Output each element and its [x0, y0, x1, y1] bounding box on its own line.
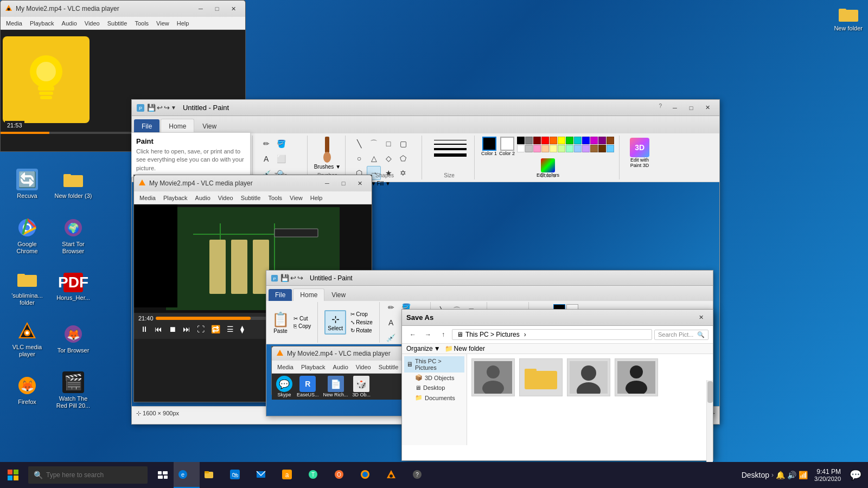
save-scrollbar-thumb[interactable] — [707, 381, 713, 403]
vlc-2-tools[interactable]: Tools — [265, 194, 285, 202]
vlc-3-newrich-icon[interactable]: 📄 New Rich... — [323, 376, 348, 397]
editwith-paint3d-btn[interactable]: 3D Edit with Paint 3D — [626, 138, 653, 168]
save-thumb-2[interactable] — [519, 358, 563, 396]
paint-2-text[interactable]: A — [384, 316, 398, 330]
size-3[interactable] — [431, 147, 468, 151]
vlc-bg-close[interactable]: ✕ — [226, 3, 241, 15]
save-nav-back[interactable]: ← — [406, 328, 419, 341]
save-thumb-1[interactable] — [471, 358, 515, 396]
swatch-violet[interactable] — [598, 137, 606, 144]
save-search-bar[interactable]: Search Pict... 🔍 — [654, 330, 709, 340]
paint-2-crop[interactable]: ✂ Crop — [348, 311, 375, 318]
taskbar-desktop-label[interactable]: Desktop — [742, 471, 769, 479]
save-nav-up[interactable]: ↑ — [437, 328, 450, 341]
desktop-icon-chrome[interactable]: Google Chrome — [5, 211, 49, 260]
vlc-2-fullscreen[interactable]: ⛶ — [195, 324, 207, 335]
taskbar-search[interactable]: 🔍 — [28, 466, 148, 484]
fill-btn[interactable]: 🪣 — [275, 137, 289, 151]
taskbar-app-edge[interactable]: e — [174, 462, 200, 488]
paint-qa-undo[interactable]: ↩ — [157, 104, 163, 112]
vlc-3-3dobj-icon[interactable]: 🎲 3D Ob... — [353, 376, 371, 397]
swatch-black[interactable] — [517, 137, 525, 144]
taskbar-notifications[interactable]: 🔔 — [776, 471, 785, 479]
vlc-bg-menu-help[interactable]: Help — [174, 19, 193, 28]
paint-2-tab-file[interactable]: File — [269, 289, 292, 301]
paint-qa-redo[interactable]: ↪ — [164, 104, 170, 112]
paint-2-picker[interactable]: 💉 — [384, 331, 398, 345]
taskbar-app-origin[interactable]: O — [330, 462, 356, 488]
vlc-bg-titlebar[interactable]: My Movie2.mp4 - VLC media player ─ □ ✕ — [1, 1, 245, 17]
paint-2-select[interactable]: ⊹ Select — [324, 310, 346, 335]
desktop-icon-startbrowser[interactable]: 🌍 Start Tor Browser — [52, 211, 95, 260]
paint-2-paste[interactable]: 📋 Paste — [272, 311, 289, 334]
desktop-icon-watchredpill[interactable]: 🎬 Watch The Red Pill 20... — [52, 366, 95, 415]
vlc-2-help[interactable]: Help — [307, 194, 326, 202]
swatch-darkbrown[interactable] — [598, 145, 606, 152]
search-input[interactable] — [46, 471, 138, 479]
vlc-3-subtitle[interactable]: Subtitle — [375, 363, 402, 371]
taskbar-app-firefox[interactable] — [356, 462, 382, 488]
save-thumb-3[interactable] — [567, 358, 610, 396]
swatch-purple[interactable] — [590, 137, 598, 144]
swatch-peach[interactable] — [541, 145, 549, 152]
eraser-btn[interactable]: ⬜ — [275, 152, 289, 166]
desktop-icon-newfolder3[interactable]: New folder (3) — [52, 160, 95, 209]
save-nav-documents[interactable]: 📁 Documents — [413, 393, 464, 403]
paint-tab-file[interactable]: File — [134, 119, 159, 133]
paint-main-maximize[interactable]: □ — [684, 102, 699, 114]
save-nav-3dobjects[interactable]: 📦 3D Objects — [413, 373, 464, 383]
vlc-2-video[interactable]: Video — [215, 194, 237, 202]
vlc-bg-menu-audio[interactable]: Audio — [59, 19, 80, 28]
vlc-2-close[interactable]: ✕ — [352, 177, 367, 189]
paint-main-close[interactable]: ✕ — [700, 102, 715, 114]
vlc-2-play[interactable]: ⏸ — [138, 324, 150, 335]
paint-2-qa-redo[interactable]: ↪ — [297, 274, 303, 282]
swatch-yellow[interactable] — [558, 137, 565, 144]
swatch-teal[interactable] — [574, 137, 582, 144]
swatch-skyblue[interactable] — [607, 145, 614, 152]
swatch-green[interactable] — [566, 137, 573, 144]
paint-tab-home[interactable]: Home — [161, 119, 194, 133]
save-newfolder-btn[interactable]: 📁 New folder — [445, 345, 485, 352]
paint-qa-more[interactable]: ▼ — [171, 105, 176, 111]
pencil-btn[interactable]: ✏ — [259, 137, 273, 151]
save-thumb-4[interactable] — [615, 358, 658, 396]
vlc-2-audio[interactable]: Audio — [192, 194, 214, 202]
vlc-3-easeus-icon[interactable]: R EaseUS... — [297, 376, 319, 397]
taskbar-taskview[interactable] — [152, 462, 174, 488]
taskbar-app-mail[interactable] — [252, 462, 278, 488]
save-nav-desktop[interactable]: 🖥 Desktop — [413, 383, 464, 393]
paint-2-copy[interactable]: ⎘ Copy — [291, 323, 313, 330]
curve-shape[interactable]: ⌒ — [367, 137, 381, 151]
paint-2-tab-home[interactable]: Home — [293, 288, 324, 301]
roundrect-shape[interactable]: ▢ — [396, 137, 410, 151]
paint-main-minimize[interactable]: ─ — [667, 102, 682, 114]
swatch-red[interactable] — [541, 137, 549, 144]
swatch-gray[interactable] — [525, 137, 533, 144]
color2-swatch[interactable] — [500, 137, 514, 151]
vlc-bg-minimize[interactable]: ─ — [193, 3, 208, 15]
taskbar-app-store[interactable]: 🛍 — [226, 462, 252, 488]
save-nav-thispc[interactable]: 🖥 This PC > Pictures — [404, 356, 464, 373]
swatch-white[interactable] — [517, 145, 525, 152]
save-address-bar[interactable]: 🖥 This PC > Pictures › — [452, 329, 652, 340]
vlc-2-view[interactable]: View — [286, 194, 306, 202]
swatch-brown[interactable] — [607, 137, 614, 144]
paint-2-resize[interactable]: ⤡ Resize — [348, 319, 375, 326]
taskbar-app-explorer[interactable] — [200, 462, 226, 488]
text-btn[interactable]: A — [259, 152, 273, 166]
swatch-orange[interactable] — [550, 137, 557, 144]
taskbar-notification-panel[interactable]: 💬 — [847, 469, 864, 481]
paint-qa-save[interactable]: 💾 — [147, 104, 156, 112]
vlc-2-playback[interactable]: Playback — [160, 194, 191, 202]
swatch-tan[interactable] — [590, 145, 598, 152]
swatch-pink[interactable] — [533, 145, 541, 152]
taskbar-app-tripadvisor[interactable]: T — [304, 462, 330, 488]
swatch-lavender[interactable] — [582, 145, 590, 152]
vlc-2-minimize[interactable]: ─ — [320, 177, 335, 189]
desktop-icon-horus[interactable]: PDF Horus_Her... — [52, 263, 95, 312]
save-organize-btn[interactable]: Organize▼ — [406, 345, 441, 352]
vlc-bg-menu-view[interactable]: View — [153, 19, 173, 28]
save-scrollbar[interactable] — [706, 380, 713, 445]
desktop-icon-firefox[interactable]: 🦊 Firefox — [5, 366, 49, 415]
